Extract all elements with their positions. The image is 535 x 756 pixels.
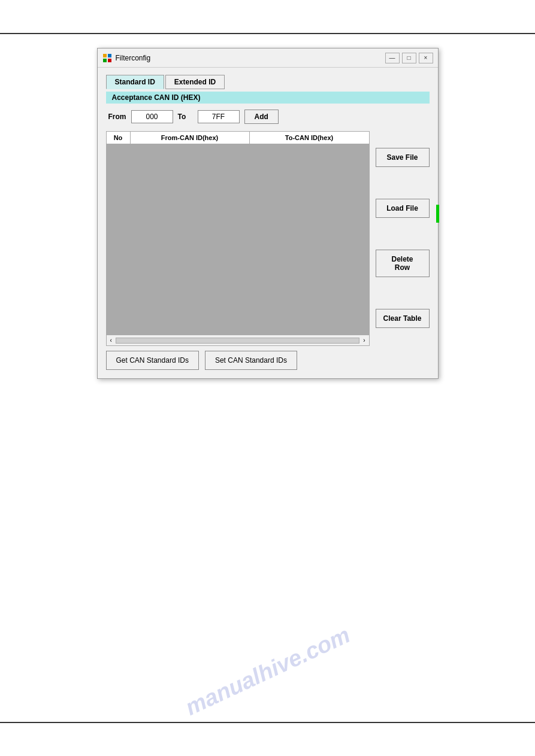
col-to-can: To-CAN ID(hex) bbox=[250, 132, 369, 144]
minimize-button[interactable]: — bbox=[385, 53, 400, 63]
scroll-left-arrow[interactable]: ‹ bbox=[108, 337, 114, 344]
svg-rect-2 bbox=[103, 59, 107, 62]
window-content: Standard ID Extended ID Acceptance CAN I… bbox=[98, 68, 438, 378]
title-bar: Filterconfig — □ × bbox=[98, 48, 438, 68]
get-can-standard-ids-button[interactable]: Get CAN Standard IDs bbox=[106, 351, 199, 370]
scroll-track[interactable] bbox=[116, 338, 359, 344]
window-title: Filterconfig bbox=[116, 54, 151, 62]
load-file-button[interactable]: Load File bbox=[376, 199, 430, 218]
scroll-right-arrow[interactable]: › bbox=[361, 337, 367, 344]
clear-table-button[interactable]: Clear Table bbox=[376, 309, 430, 328]
side-buttons: Save File Load File Delete Row Clear Tab… bbox=[376, 131, 430, 346]
from-input[interactable] bbox=[131, 110, 173, 123]
bottom-buttons: Get CAN Standard IDs Set CAN Standard ID… bbox=[106, 351, 430, 370]
col-no: No bbox=[107, 132, 131, 144]
title-bar-left: Filterconfig bbox=[102, 53, 151, 63]
watermark: manualhive.com bbox=[181, 622, 353, 721]
maximize-button[interactable]: □ bbox=[402, 53, 416, 63]
set-can-standard-ids-button[interactable]: Set CAN Standard IDs bbox=[205, 351, 297, 370]
acceptance-label: Acceptance CAN ID (HEX) bbox=[106, 92, 430, 104]
col-from-can: From-CAN ID(hex) bbox=[131, 132, 250, 144]
tabs-row: Standard ID Extended ID bbox=[106, 75, 430, 89]
to-input[interactable] bbox=[198, 110, 240, 123]
main-area: No From-CAN ID(hex) To-CAN ID(hex) ‹ › S… bbox=[106, 131, 430, 346]
horizontal-scrollbar[interactable]: ‹ › bbox=[106, 335, 370, 346]
svg-rect-1 bbox=[108, 54, 111, 57]
save-file-button[interactable]: Save File bbox=[376, 148, 430, 167]
from-label: From bbox=[108, 113, 126, 121]
table-body[interactable] bbox=[106, 144, 370, 335]
table-header: No From-CAN ID(hex) To-CAN ID(hex) bbox=[106, 131, 370, 144]
add-button[interactable]: Add bbox=[244, 110, 279, 124]
delete-row-button[interactable]: Delete Row bbox=[376, 250, 430, 277]
window-controls: — □ × bbox=[385, 53, 433, 63]
app-icon bbox=[102, 53, 112, 63]
table-area: No From-CAN ID(hex) To-CAN ID(hex) ‹ › bbox=[106, 131, 370, 346]
tab-extended-id[interactable]: Extended ID bbox=[165, 75, 225, 89]
filterconfig-window: Filterconfig — □ × Standard ID Extended … bbox=[97, 48, 439, 379]
to-label: To bbox=[178, 113, 193, 121]
green-indicator bbox=[436, 205, 439, 223]
svg-rect-0 bbox=[103, 54, 107, 57]
svg-rect-3 bbox=[108, 59, 111, 62]
tab-standard-id[interactable]: Standard ID bbox=[106, 75, 164, 89]
from-to-row: From To Add bbox=[106, 110, 430, 124]
close-button[interactable]: × bbox=[419, 53, 433, 63]
